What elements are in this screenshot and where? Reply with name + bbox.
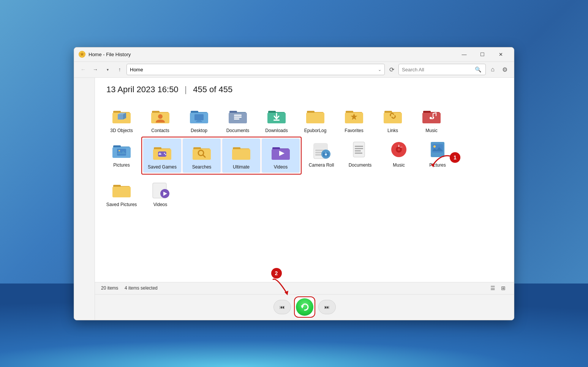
folder-favorites-label: Favorites: [345, 128, 363, 134]
folder-ultimate-label: Ultimate: [233, 164, 250, 170]
folder-saved-games-icon: [152, 142, 173, 163]
folder-videos-label: Videos: [274, 164, 288, 170]
folder-epuborlog[interactable]: EpuborLog: [296, 102, 334, 136]
svg-point-52: [164, 153, 165, 154]
title-bar: Home - File History — ☐ ✕: [74, 47, 514, 62]
svg-rect-78: [355, 148, 363, 149]
search-wrap: 🔍: [398, 64, 486, 75]
folder-contacts-label: Contacts: [151, 128, 169, 134]
home-button[interactable]: ⌂: [487, 64, 498, 75]
folder-downloads[interactable]: Downloads: [258, 102, 296, 136]
window-title: Home - File History: [89, 52, 455, 57]
folder-saved-games-label: Saved Games: [148, 164, 177, 170]
folder-desktop-icon: [188, 105, 210, 126]
bottom-nav: ⏮ 2: [95, 294, 514, 320]
folder-pictures[interactable]: Pictures: [103, 137, 141, 175]
folder-pictures-label: Pictures: [113, 162, 130, 169]
svg-rect-76: [353, 142, 365, 157]
address-chevron-icon[interactable]: ⌄: [378, 67, 381, 72]
view-buttons: ☰ ⊞: [488, 284, 508, 293]
folder-3d-objects-icon: [111, 105, 132, 126]
svg-point-45: [119, 150, 120, 151]
address-bar: ← → ▾ ↑ ⌄ ⟳ 🔍 ⌂ ⚙: [74, 62, 514, 78]
folder-saved-pictures[interactable]: Saved Pictures: [103, 176, 141, 210]
up-button[interactable]: ↑: [114, 64, 125, 75]
folder-contacts-icon: [150, 105, 171, 126]
folder-3d-objects-label: 3D Objects: [110, 128, 133, 134]
svg-point-83: [398, 148, 400, 151]
files-area: 3D Objects Con: [95, 98, 514, 282]
folders-row-3: Saved Pictures Videos: [103, 176, 506, 210]
main-window: Home - File History — ☐ ✕ ← → ▾ ↑ ⌄ ⟳ 🔍 …: [74, 47, 514, 320]
svg-rect-19: [229, 113, 247, 123]
file-videos2[interactable]: Videos: [141, 176, 179, 210]
file-music[interactable]: Music: [380, 137, 418, 175]
svg-rect-75: [325, 152, 326, 153]
svg-rect-67: [314, 143, 327, 149]
main-panel: 13 April 2023 16:50 | 455 of 455: [95, 78, 514, 320]
folder-documents-icon: [227, 105, 248, 126]
close-button[interactable]: ✕: [492, 48, 509, 60]
annotation-1-area: 1: [450, 140, 460, 175]
folder-saved-games[interactable]: Saved Games: [143, 139, 181, 173]
svg-rect-20: [234, 115, 242, 116]
maximize-button[interactable]: ☐: [474, 48, 491, 60]
folder-links[interactable]: Links: [374, 102, 412, 136]
folder-music[interactable]: Music: [413, 102, 450, 136]
selected-count: 4 items selected: [125, 285, 158, 291]
svg-rect-14: [194, 114, 204, 120]
settings-button[interactable]: ⚙: [499, 64, 510, 75]
folder-videos[interactable]: Videos: [262, 139, 300, 173]
recent-button[interactable]: ▾: [102, 64, 113, 75]
folder-searches[interactable]: Searches: [183, 139, 221, 173]
folder-favorites-icon: [343, 105, 365, 126]
meta-count: 455 of 455: [193, 85, 232, 94]
folder-downloads-label: Downloads: [265, 128, 288, 134]
svg-rect-21: [234, 117, 242, 118]
folder-ultimate-icon: [231, 142, 252, 163]
folder-ultimate[interactable]: Ultimate: [222, 139, 260, 173]
svg-point-86: [433, 145, 436, 148]
meta-bar: 13 April 2023 16:50 | 455 of 455: [95, 78, 514, 98]
list-view-button[interactable]: ☰: [488, 284, 497, 293]
refresh-button[interactable]: ⟳: [386, 64, 397, 75]
minimize-button[interactable]: —: [455, 48, 473, 60]
svg-point-40: [430, 117, 432, 119]
restore-icon: [296, 298, 313, 316]
file-documents[interactable]: Documents: [341, 137, 379, 175]
folder-links-icon: [382, 105, 403, 126]
annotation-1-container: 1: [450, 152, 460, 163]
file-camera-roll-label: Camera Roll: [309, 162, 334, 169]
search-input[interactable]: [402, 67, 473, 72]
folder-epuborlog-icon: [305, 105, 326, 126]
folder-saved-pictures-icon: [111, 179, 132, 200]
folder-contacts[interactable]: Contacts: [141, 102, 179, 136]
folder-searches-label: Searches: [192, 164, 212, 170]
svg-rect-26: [273, 120, 280, 121]
nav-pill-prev: ⏮: [273, 300, 291, 314]
back-button[interactable]: ←: [78, 64, 89, 75]
prev-button[interactable]: ⏮: [276, 301, 288, 313]
file-documents-label: Documents: [349, 162, 372, 169]
annotation-number-2: 2: [271, 268, 282, 279]
file-camera-roll[interactable]: Camera Roll: [302, 137, 340, 175]
status-bar: 20 items 4 items selected ☰ ⊞: [95, 282, 514, 294]
meta-separator: |: [185, 85, 187, 94]
app-icon: [79, 51, 85, 58]
svg-point-53: [165, 154, 166, 155]
folder-3d-objects[interactable]: 3D Objects: [103, 102, 141, 136]
window-controls: — ☐ ✕: [455, 48, 509, 60]
forward-button[interactable]: →: [90, 64, 101, 75]
address-input[interactable]: [130, 67, 378, 72]
search-button[interactable]: 🔍: [473, 65, 482, 74]
sidebar: [74, 78, 95, 320]
folder-favorites[interactable]: Favorites: [335, 102, 373, 136]
grid-view-button[interactable]: ⊞: [499, 284, 508, 293]
restore-button[interactable]: [294, 296, 315, 318]
folder-desktop[interactable]: Desktop: [180, 102, 218, 136]
folder-documents[interactable]: Documents: [219, 102, 257, 136]
address-bar-input-wrap: ⌄: [126, 64, 385, 75]
svg-rect-44: [117, 149, 126, 156]
svg-rect-80: [355, 153, 362, 154]
next-button[interactable]: ⏭: [321, 301, 333, 313]
